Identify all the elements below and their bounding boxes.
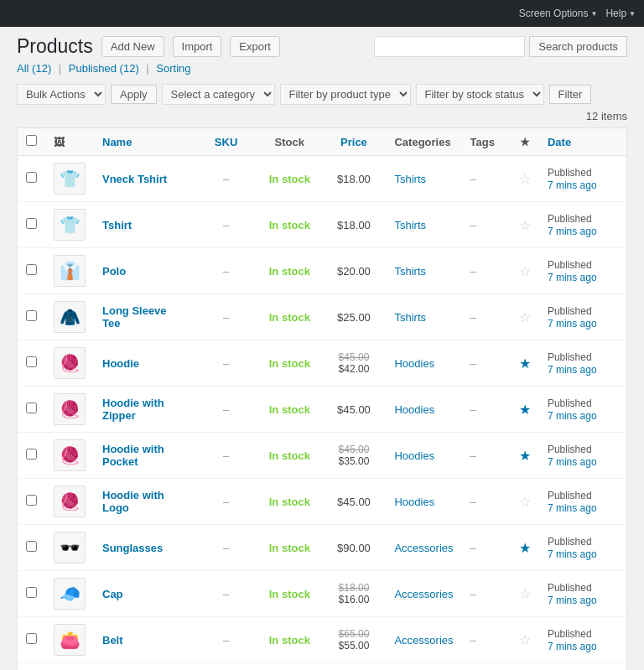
publish-ago[interactable]: 7 mins ago	[548, 272, 597, 283]
subnav-published[interactable]: Published (12)	[69, 62, 142, 75]
products-table: 🖼 Name SKU Stock Price Categories Tags ★…	[17, 127, 627, 670]
product-price: $45.00	[321, 387, 386, 433]
category-link[interactable]: Tshirts	[394, 265, 426, 278]
product-sku: –	[195, 479, 257, 525]
sku-sort-link[interactable]: SKU	[215, 136, 237, 148]
product-name-link[interactable]: Hoodie	[102, 357, 139, 370]
stock-status-select[interactable]: Filter by stock status	[416, 84, 544, 105]
product-date: Published7 mins ago	[539, 156, 627, 202]
publish-ago[interactable]: 7 mins ago	[548, 548, 597, 560]
star-filled-icon[interactable]: ★	[519, 356, 531, 371]
product-name-link[interactable]: Belt	[102, 634, 123, 647]
row-checkbox-1[interactable]	[26, 218, 37, 229]
apply-button-top[interactable]: Apply	[111, 85, 157, 104]
publish-ago[interactable]: 7 mins ago	[548, 502, 597, 514]
import-button[interactable]: Import	[173, 36, 222, 57]
row-checkbox-7[interactable]	[26, 495, 37, 506]
product-featured-star[interactable]: ★	[511, 433, 539, 479]
product-stock: In stock	[257, 387, 321, 433]
category-link[interactable]: Accessories	[394, 634, 453, 647]
search-input[interactable]	[374, 36, 525, 57]
product-type-select[interactable]: Filter by product type	[280, 84, 411, 105]
top-bar: Screen Options Help	[0, 0, 644, 27]
star-empty-icon[interactable]: ☆	[519, 310, 531, 325]
publish-ago[interactable]: 7 mins ago	[548, 595, 597, 606]
search-button[interactable]: Search products	[529, 36, 627, 57]
category-link[interactable]: Hoodies	[394, 357, 434, 370]
th-sku: SKU	[195, 128, 257, 156]
row-checkbox-0[interactable]	[26, 172, 37, 183]
category-link[interactable]: Tshirts	[394, 311, 426, 324]
publish-ago[interactable]: 7 mins ago	[548, 179, 597, 191]
bulk-actions-select[interactable]: Bulk Actions	[17, 84, 106, 105]
filter-button[interactable]: Filter	[549, 85, 592, 104]
star-filled-icon[interactable]: ★	[519, 541, 531, 555]
product-featured-star[interactable]: ☆	[511, 663, 539, 671]
product-featured-star[interactable]: ☆	[511, 571, 539, 617]
product-sku: –	[195, 294, 257, 340]
product-featured-star[interactable]: ☆	[511, 156, 539, 202]
star-empty-icon[interactable]: ☆	[519, 218, 531, 232]
star-empty-icon[interactable]: ☆	[519, 587, 531, 601]
publish-ago[interactable]: 7 mins ago	[548, 641, 597, 652]
product-sku: –	[195, 248, 257, 294]
row-checkbox-3[interactable]	[26, 310, 37, 321]
star-empty-icon[interactable]: ☆	[519, 495, 531, 509]
price-sort-link[interactable]: Price	[340, 136, 367, 148]
category-link[interactable]: Tshirts	[394, 173, 426, 185]
row-checkbox-6[interactable]	[26, 449, 37, 460]
product-name-link[interactable]: Hoodie with Pocket	[102, 443, 164, 468]
subnav-all[interactable]: All (12)	[17, 62, 55, 75]
product-featured-star[interactable]: ☆	[511, 479, 539, 525]
star-filled-icon[interactable]: ★	[519, 403, 531, 417]
product-name-link[interactable]: Polo	[102, 265, 126, 278]
category-link[interactable]: Tshirts	[394, 219, 426, 231]
screen-options-button[interactable]: Screen Options	[519, 8, 598, 19]
help-button[interactable]: Help	[605, 8, 636, 19]
star-empty-icon[interactable]: ☆	[519, 172, 531, 186]
category-link[interactable]: Hoodies	[394, 496, 434, 508]
product-featured-star[interactable]: ★	[511, 387, 539, 433]
product-name-link[interactable]: Tshirt	[102, 219, 132, 231]
sep-1: |	[59, 62, 61, 75]
product-name-link[interactable]: Cap	[102, 588, 123, 600]
export-button[interactable]: Export	[230, 36, 280, 57]
publish-ago[interactable]: 7 mins ago	[548, 364, 597, 376]
publish-ago[interactable]: 7 mins ago	[548, 410, 597, 422]
publish-ago[interactable]: 7 mins ago	[548, 318, 597, 330]
select-all-checkbox[interactable]	[26, 135, 37, 146]
product-featured-star[interactable]: ☆	[511, 617, 539, 663]
row-checkbox-10[interactable]	[26, 633, 37, 644]
star-empty-icon[interactable]: ☆	[519, 264, 531, 278]
category-link[interactable]: Hoodies	[394, 449, 434, 462]
category-link[interactable]: Hoodies	[394, 403, 434, 416]
category-select[interactable]: Select a category	[162, 84, 275, 105]
publish-ago[interactable]: 7 mins ago	[548, 226, 597, 237]
date-sort-link[interactable]: Date	[548, 136, 571, 148]
name-sort-link[interactable]: Name	[102, 136, 132, 148]
category-link[interactable]: Accessories	[394, 588, 453, 600]
publish-ago[interactable]: 7 mins ago	[548, 456, 597, 468]
category-link[interactable]: Accessories	[394, 542, 453, 554]
product-featured-star[interactable]: ☆	[511, 248, 539, 294]
row-checkbox-9[interactable]	[26, 587, 37, 598]
product-featured-star[interactable]: ☆	[511, 294, 539, 340]
product-name-link[interactable]: Hoodie with Logo	[102, 489, 164, 514]
product-name-link[interactable]: Hoodie with Zipper	[102, 397, 164, 422]
row-checkbox-4[interactable]	[26, 356, 37, 367]
product-name-link[interactable]: Vneck Tshirt	[102, 173, 167, 185]
product-name-link[interactable]: Sunglasses	[102, 542, 163, 554]
product-icon-header: 🖼	[54, 136, 65, 148]
row-checkbox-2[interactable]	[26, 264, 37, 275]
star-filled-icon[interactable]: ★	[519, 449, 531, 463]
product-featured-star[interactable]: ☆	[511, 202, 539, 248]
row-checkbox-8[interactable]	[26, 541, 37, 552]
row-checkbox-5[interactable]	[26, 403, 37, 413]
add-new-button[interactable]: Add New	[101, 36, 164, 57]
product-name-link[interactable]: Long Sleeve Tee	[102, 304, 167, 330]
product-featured-star[interactable]: ★	[511, 525, 539, 571]
star-empty-icon[interactable]: ☆	[519, 633, 531, 647]
product-date: Published7 mins ago	[539, 433, 627, 479]
subnav-sorting[interactable]: Sorting	[156, 62, 190, 75]
product-featured-star[interactable]: ★	[511, 340, 539, 387]
